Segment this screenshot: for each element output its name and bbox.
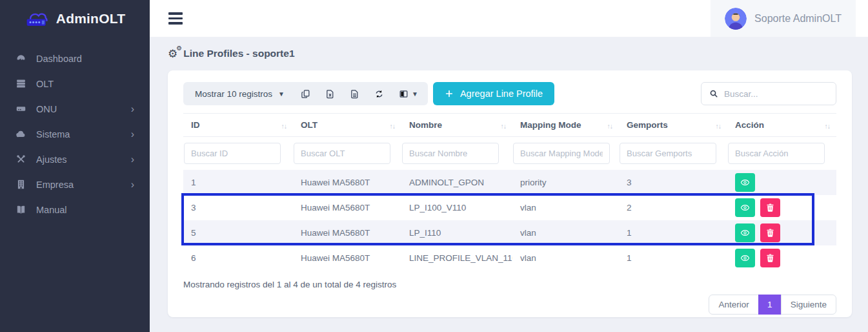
filter-input-mapping_mode[interactable] [513, 143, 610, 164]
gauge-icon [15, 53, 26, 64]
records-summary: Mostrando registros del 1 al 4 de un tot… [183, 280, 836, 289]
column-header-nombre[interactable]: Nombre↑↓ [401, 114, 512, 137]
cell-accion [727, 220, 836, 245]
cell-nombre: LINE_PROFILE_VLAN_110 [401, 245, 512, 271]
plus-icon [445, 89, 454, 98]
eye-icon [740, 203, 750, 213]
table-row: 6Huawei MA5680TLINE_PROFILE_VLAN_110vlan… [183, 245, 836, 271]
sidebar-item-manual[interactable]: Manual [0, 197, 150, 222]
cell-nombre: LP_I100_V110 [401, 195, 512, 220]
user-menu[interactable]: Soporte AdminOLT [711, 0, 856, 37]
pagination-prev-button[interactable]: Anterior [709, 295, 758, 315]
sidebar-item-label: Sistema [36, 129, 70, 140]
table-row: 5Huawei MA5680TLP_I110vlan1 [183, 220, 836, 245]
view-button[interactable] [735, 223, 755, 242]
table-wrap: ID↑↓OLT↑↓Nombre↑↓Mapping Mode↑↓Gemports↑… [183, 113, 836, 271]
column-header-mapping_mode[interactable]: Mapping Mode↑↓ [512, 114, 619, 137]
topbar: Soporte AdminOLT [150, 0, 868, 37]
adminolt-logo-icon [25, 9, 50, 28]
file-excel-icon [325, 89, 335, 99]
refresh-icon [374, 89, 384, 99]
content: ⚙⚙ Line Profiles - soporte1 Mostrar 10 r… [150, 37, 868, 332]
sidebar-item-sistema[interactable]: Sistema› [0, 121, 150, 147]
table-row: 3Huawei MA5680TLP_I100_V110vlan2 [183, 195, 836, 220]
filter-input-accion[interactable] [728, 143, 825, 164]
filter-input-olt[interactable] [294, 143, 390, 164]
sidebar-item-label: ONU [36, 104, 57, 114]
show-entries-label: Mostrar 10 registros [195, 89, 272, 99]
filter-input-nombre[interactable] [402, 143, 499, 164]
cell-mapping_mode: vlan [512, 220, 619, 245]
refresh-button[interactable] [367, 82, 392, 105]
filter-input-gemports[interactable] [620, 143, 716, 164]
hamburger-menu-icon[interactable] [168, 12, 183, 25]
sidebar-item-label: Dashboard [36, 54, 82, 64]
sidebar-item-ajustes[interactable]: Ajustes› [0, 147, 150, 172]
sort-icon[interactable]: ↑↓ [390, 122, 396, 130]
pagination-next-button[interactable]: Siguiente [781, 295, 836, 315]
cell-olt: Huawei MA5680T [293, 220, 401, 245]
cell-olt: Huawei MA5680T [293, 245, 401, 271]
view-button[interactable] [735, 249, 755, 267]
cell-mapping_mode: vlan [512, 245, 619, 271]
table-header-row: ID↑↓OLT↑↓Nombre↑↓Mapping Mode↑↓Gemports↑… [183, 114, 836, 137]
sidebar-nav: DashboardOLTONU›Sistema›Ajustes›Empresa›… [0, 37, 150, 222]
cell-olt: Huawei MA5680T [293, 195, 401, 220]
sidebar-item-label: OLT [36, 79, 54, 89]
delete-button[interactable] [760, 198, 780, 217]
pagination-page-1[interactable]: 1 [758, 295, 782, 315]
sort-icon[interactable]: ↑↓ [825, 122, 831, 130]
sort-icon[interactable]: ↑↓ [607, 122, 613, 130]
cell-mapping_mode: priority [512, 170, 619, 195]
export-file-button[interactable] [343, 82, 367, 105]
eye-icon [740, 178, 750, 187]
view-button[interactable] [735, 198, 755, 217]
server-icon [15, 78, 26, 89]
sort-icon[interactable]: ↑↓ [281, 122, 287, 130]
sort-icon[interactable]: ↑↓ [501, 122, 507, 130]
brand-logo[interactable]: AdminOLT [0, 0, 150, 37]
delete-button[interactable] [760, 249, 780, 267]
cell-accion [727, 170, 836, 195]
sidebar: AdminOLT DashboardOLTONU›Sistema›Ajustes… [0, 0, 150, 332]
delete-button[interactable] [760, 223, 780, 242]
column-header-accion[interactable]: Acción↑↓ [727, 114, 836, 137]
column-visibility-button[interactable]: ▼ [392, 82, 425, 105]
cell-nombre: ADMINOLT_GPON [401, 170, 512, 195]
add-line-profile-label: Agregar Line Profile [460, 88, 543, 99]
caret-down-icon: ▼ [278, 90, 285, 98]
sidebar-item-label: Ajustes [36, 154, 67, 165]
line-profiles-card: Mostrar 10 registros ▼ [168, 70, 852, 317]
filter-input-id[interactable] [184, 143, 281, 164]
pagination: Anterior 1 Siguiente [709, 295, 836, 315]
table-toolbar: Mostrar 10 registros ▼ [183, 82, 836, 105]
chevron-right-icon: › [131, 104, 134, 114]
search-input[interactable] [724, 89, 828, 99]
sidebar-item-empresa[interactable]: Empresa› [0, 172, 150, 197]
search-icon [709, 89, 718, 98]
column-header-olt[interactable]: OLT↑↓ [293, 114, 401, 137]
toolbar-button-group: Mostrar 10 registros ▼ [183, 82, 428, 105]
copy-button[interactable] [294, 82, 318, 105]
export-excel-button[interactable] [318, 82, 343, 105]
global-search [701, 82, 836, 105]
cell-id: 3 [183, 195, 293, 220]
trash-icon [765, 228, 775, 238]
chevron-right-icon: › [131, 129, 134, 140]
sidebar-item-onu[interactable]: ONU› [0, 96, 150, 121]
sort-icon[interactable]: ↑↓ [716, 122, 722, 130]
sidebar-item-dashboard[interactable]: Dashboard [0, 46, 150, 71]
cell-gemports: 2 [619, 195, 727, 220]
cell-nombre: LP_I110 [401, 220, 512, 245]
chevron-right-icon: › [131, 154, 134, 165]
column-header-gemports[interactable]: Gemports↑↓ [619, 114, 727, 137]
column-header-id[interactable]: ID↑↓ [183, 114, 293, 137]
view-button[interactable] [735, 173, 755, 192]
cell-accion [727, 245, 836, 271]
eye-icon [740, 228, 750, 238]
show-entries-dropdown[interactable]: Mostrar 10 registros ▼ [186, 89, 294, 99]
cell-id: 5 [183, 220, 293, 245]
sidebar-item-olt[interactable]: OLT [0, 71, 150, 96]
add-line-profile-button[interactable]: Agregar Line Profile [433, 82, 554, 105]
pagination-row: Anterior 1 Siguiente [183, 295, 836, 315]
